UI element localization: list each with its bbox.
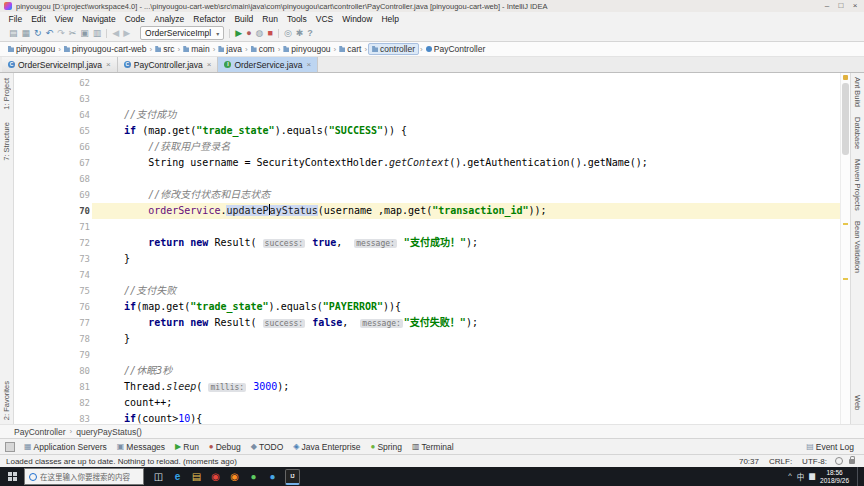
back-icon[interactable]: ◀ [112, 29, 119, 38]
start-button[interactable] [0, 467, 24, 486]
close-icon[interactable]: × [305, 61, 311, 69]
help-icon[interactable]: ? [307, 29, 313, 38]
breadcrumb-src[interactable]: src [153, 44, 176, 54]
maximize-button[interactable]: □ [834, 0, 848, 12]
line-number[interactable]: 69 [14, 187, 90, 203]
code-line-77[interactable]: return new Result( success: false, messa… [92, 315, 840, 331]
toolwindow-application-servers[interactable]: ▦Application Servers [19, 442, 112, 452]
editor-code[interactable]: //支付成功 if (map.get("trade_state").equals… [92, 73, 840, 424]
breadcrumb-controller[interactable]: controller [368, 43, 419, 55]
toolwindow-debug[interactable]: ●Debug [204, 442, 246, 452]
line-number[interactable]: 73 [14, 251, 90, 267]
run-configuration-select[interactable]: OrderServiceImpl ▾ [140, 26, 224, 40]
forward-icon[interactable]: ▶ [123, 29, 130, 38]
menu-build[interactable]: Build [230, 14, 258, 24]
editor-pane[interactable]: 6263646566676869707172737475767778798081… [14, 73, 850, 424]
firefox-icon[interactable]: ◉ [225, 467, 244, 486]
code-line-63[interactable] [92, 91, 840, 107]
undo-icon[interactable]: ↶ [46, 29, 54, 38]
line-number[interactable]: 64 [14, 107, 90, 123]
editor-gutter[interactable]: 6263646566676869707172737475767778798081… [14, 73, 92, 424]
lock-icon[interactable] [849, 459, 855, 464]
copy-icon[interactable]: ▣ [80, 29, 89, 38]
tab-orderserviceimpl-java[interactable]: COrderServiceImpl.java× [2, 57, 118, 72]
menu-vcs[interactable]: VCS [311, 14, 337, 24]
line-number[interactable]: 76 [14, 299, 90, 315]
taskbar-search-box[interactable]: 在这里输入你要搜索的内容 [24, 468, 144, 485]
breadcrumb-paycontroller[interactable]: PayController [424, 44, 488, 54]
toolwindow-messages[interactable]: ▣Messages [112, 442, 170, 452]
search-icon[interactable]: ◎ [284, 29, 292, 38]
intellij-idea-taskbar-icon[interactable]: IJ [285, 469, 300, 485]
close-icon[interactable]: × [105, 61, 111, 69]
code-line-69[interactable]: //修改支付状态和日志状态 [92, 187, 840, 203]
toolwindow-bean-validation[interactable]: Bean Validation [853, 221, 862, 273]
open-icon[interactable]: ▤ [9, 29, 18, 38]
network-icon[interactable]: ▆ [809, 471, 815, 482]
toolwindow-event-log[interactable]: ▤Event Log [801, 442, 859, 452]
file-encoding[interactable]: UTF-8: [797, 457, 832, 466]
toolwindow-favorites[interactable]: 2: Favorites [2, 381, 11, 420]
code-line-68[interactable] [92, 171, 840, 187]
close-icon[interactable]: × [206, 61, 212, 69]
close-button[interactable]: × [848, 0, 862, 12]
wechat-icon[interactable]: ● [244, 467, 263, 486]
code-line-78[interactable]: } [92, 331, 840, 347]
line-number[interactable]: 68 [14, 171, 90, 187]
code-line-74[interactable] [92, 267, 840, 283]
line-number[interactable]: 79 [14, 347, 90, 363]
breadcrumb-main[interactable]: main [181, 44, 211, 54]
tab-paycontroller-java[interactable]: CPayController.java× [118, 57, 219, 72]
tab-orderservice-java[interactable]: IOrderService.java× [218, 57, 318, 72]
toolwindow-structure[interactable]: 7: Structure [2, 122, 11, 161]
breadcrumb-com[interactable]: com [249, 44, 277, 54]
code-line-79[interactable] [92, 347, 840, 363]
line-number[interactable]: 62 [14, 75, 90, 91]
toolwindow-terminal[interactable]: ▥Terminal [407, 442, 459, 452]
code-line-66[interactable]: //获取用户登录名 [92, 139, 840, 155]
taskbar-clock[interactable]: 18:56 2018/9/26 [820, 469, 849, 485]
toolwindow-database[interactable]: Database [853, 117, 862, 149]
stop-icon[interactable]: ■ [267, 29, 272, 38]
code-line-80[interactable]: //休眠3秒 [92, 363, 840, 379]
debug-icon[interactable]: ● [246, 29, 251, 38]
hector-icon[interactable] [835, 457, 843, 465]
code-line-76[interactable]: if(map.get("trade_state").equals("PAYERR… [92, 299, 840, 315]
code-line-65[interactable]: if (map.get("trade_state").equals("SUCCE… [92, 123, 840, 139]
code-line-70[interactable]: orderService.updatePayStatus(username ,m… [92, 203, 840, 219]
code-line-71[interactable] [92, 219, 840, 235]
toolwindow-ant-build[interactable]: Ant Build [853, 77, 862, 107]
code-line-67[interactable]: String username = SecurityContextHolder.… [92, 155, 840, 171]
caret-position[interactable]: 70:37 [734, 457, 764, 466]
toolwindow-java-enterprise[interactable]: ◈Java Enterprise [288, 442, 365, 452]
breadcrumb-pinyougou-cart-web[interactable]: pinyougou-cart-web [62, 44, 149, 54]
line-number[interactable]: 65 [14, 123, 90, 139]
warning-stripe-mark[interactable] [843, 278, 848, 280]
menu-file[interactable]: File [4, 14, 27, 24]
minimize-button[interactable]: – [820, 0, 834, 12]
line-number[interactable]: 66 [14, 139, 90, 155]
line-separator[interactable]: CRLF: [764, 457, 797, 466]
menu-window[interactable]: Window [338, 14, 377, 24]
breadcrumb-cart[interactable]: cart [337, 44, 363, 54]
code-line-73[interactable]: } [92, 251, 840, 267]
menu-run[interactable]: Run [258, 14, 283, 24]
editor-scrollbar[interactable] [840, 73, 850, 424]
file-explorer-icon[interactable]: ▤ [187, 467, 206, 486]
menu-navigate[interactable]: Navigate [78, 14, 121, 24]
menu-refactor[interactable]: Refactor [189, 14, 230, 24]
edge-icon[interactable]: e [168, 467, 187, 486]
menu-edit[interactable]: Edit [27, 14, 51, 24]
menu-tools[interactable]: Tools [282, 14, 311, 24]
qq-icon[interactable]: ● [263, 467, 282, 486]
code-line-64[interactable]: //支付成功 [92, 107, 840, 123]
line-number[interactable]: 67 [14, 155, 90, 171]
sync-icon[interactable]: ↻ [34, 29, 42, 38]
task-view-icon[interactable]: ◫ [149, 467, 168, 486]
code-line-75[interactable]: //支付失败 [92, 283, 840, 299]
code-line-83[interactable]: if(count>10){ [92, 411, 840, 424]
line-number[interactable]: 83 [14, 411, 90, 424]
show-desktop-button[interactable] [857, 467, 861, 486]
coverage-icon[interactable]: ◍ [256, 29, 264, 38]
line-number[interactable]: 72 [14, 235, 90, 251]
